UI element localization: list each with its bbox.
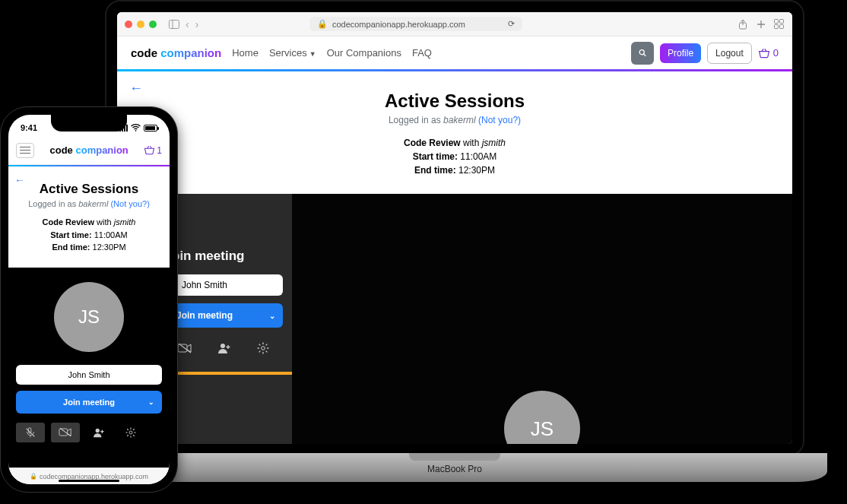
video-stage: JS — [292, 194, 792, 444]
search-icon — [639, 48, 646, 58]
chevron-down-icon: ⌄ — [269, 312, 275, 320]
svg-line-19 — [259, 344, 261, 346]
not-you-link[interactable]: (Not you?) — [478, 115, 521, 125]
phone-cart-count: 1 — [157, 145, 162, 156]
svg-line-12 — [179, 344, 191, 353]
start-value: 11:00AM — [458, 151, 496, 162]
phone-session-with: with — [94, 217, 114, 227]
end-label: End time: — [414, 165, 456, 176]
browser-back-button[interactable]: ‹ — [186, 18, 189, 30]
phone-camera-off-icon[interactable] — [51, 423, 80, 442]
new-tab-icon[interactable] — [756, 19, 766, 30]
nav-companions[interactable]: Our Companions — [327, 47, 401, 59]
svg-rect-5 — [775, 25, 779, 29]
phone-join-label: Join meeting — [63, 398, 115, 407]
svg-point-13 — [220, 344, 225, 348]
window-close[interactable] — [125, 21, 132, 28]
brand-text-2: companion — [160, 46, 221, 59]
url-text: codecompanionapp.herokuapp.com — [332, 20, 465, 29]
svg-rect-0 — [170, 20, 179, 28]
window-controls — [125, 21, 157, 28]
nav-services[interactable]: Services▼ — [269, 47, 316, 59]
brand-text-1: code — [131, 46, 160, 59]
laptop-screen: ‹ › 🔒 codecompanionapp.herokuapp.com ⟳ — [105, 0, 804, 456]
laptop-hinge-notch — [409, 453, 500, 461]
svg-line-35 — [133, 435, 135, 436]
session-with: with — [461, 138, 482, 148]
logged-user: bakerml — [443, 115, 476, 125]
svg-point-14 — [262, 347, 265, 350]
phone-not-you-link[interactable]: (Not you?) — [110, 199, 149, 208]
status-time: 9:41 — [21, 123, 37, 132]
phone-video-area: JS John Smith Join meeting ⌄ — [8, 268, 170, 468]
browser-toolbar: ‹ › 🔒 codecompanionapp.herokuapp.com ⟳ — [117, 12, 792, 36]
svg-point-23 — [135, 130, 137, 132]
svg-point-29 — [129, 430, 132, 433]
brand-text-2: companion — [75, 144, 128, 156]
window-maximize[interactable] — [149, 21, 157, 28]
nav-home[interactable]: Home — [232, 47, 259, 59]
svg-line-34 — [127, 429, 128, 430]
nav-faq[interactable]: FAQ — [412, 47, 432, 59]
phone-add-person-icon[interactable] — [86, 423, 112, 442]
add-person-icon[interactable] — [216, 340, 233, 357]
phone-video-stage: JS — [16, 275, 162, 359]
brand-logo[interactable]: code companion — [131, 46, 221, 59]
phone-brand-logo[interactable]: code companion — [50, 144, 128, 156]
svg-point-28 — [96, 428, 100, 432]
svg-line-37 — [133, 429, 135, 430]
avatar: JS — [504, 391, 580, 444]
settings-icon[interactable] — [255, 340, 271, 357]
search-button[interactable] — [631, 42, 654, 65]
logout-button[interactable]: Logout — [707, 43, 752, 64]
phone-bottom-bar: codecompanionapp.herokuapp.com — [8, 468, 170, 484]
phone-settings-icon[interactable] — [118, 423, 144, 442]
chevron-down-icon: ⌄ — [148, 398, 154, 406]
cart[interactable]: 0 — [758, 47, 779, 59]
phone-logged-prefix: Logged in as — [28, 199, 78, 208]
video-area: Join meeting John Smith Join meeting ⌄ — [117, 194, 792, 444]
phone-session-info: Code Review with jsmith Start time: 11:0… — [17, 216, 160, 254]
phone-start-value: 11:00AM — [92, 230, 128, 239]
svg-line-8 — [644, 54, 646, 56]
phone-end-label: End time: — [52, 242, 90, 252]
svg-rect-4 — [780, 20, 784, 24]
hamburger-menu[interactable] — [16, 143, 34, 158]
address-bar[interactable]: 🔒 codecompanionapp.herokuapp.com ⟳ — [309, 17, 522, 31]
phone-session-companion: jsmith — [114, 217, 136, 227]
page-content: ← Active Sessions Logged in as bakerml (… — [117, 71, 792, 444]
phone-avatar-initials: JS — [78, 306, 100, 328]
phone-avatar: JS — [54, 282, 124, 352]
phone-mic-off-icon[interactable] — [16, 423, 45, 442]
refresh-icon[interactable]: ⟳ — [508, 19, 515, 29]
tab-overview-icon[interactable] — [774, 19, 785, 30]
page-title: Active Sessions — [117, 90, 792, 112]
phone-join-meeting-button[interactable]: Join meeting ⌄ — [16, 391, 162, 414]
phone-cart[interactable]: 1 — [144, 145, 162, 156]
end-value: 12:30PM — [456, 165, 495, 176]
svg-line-20 — [266, 351, 268, 353]
svg-rect-6 — [780, 25, 784, 29]
sidebar-toggle-icon[interactable] — [169, 19, 179, 30]
site-nav: code companion Home Services▼ Our Compan… — [117, 36, 792, 71]
profile-button[interactable]: Profile — [660, 43, 701, 63]
phone-meeting-controls — [16, 423, 162, 442]
phone-start-label: Start time: — [50, 230, 91, 239]
battery-icon — [144, 125, 157, 132]
phone-logged-user: bakerml — [78, 199, 108, 208]
brand-text-1: code — [50, 144, 76, 156]
phone-participant-name-input[interactable]: John Smith — [16, 365, 162, 385]
phone-page-content: ← Active Sessions Logged in as bakerml (… — [8, 166, 170, 262]
window-minimize[interactable] — [137, 21, 144, 28]
chevron-down-icon: ▼ — [309, 50, 316, 58]
browser-forward-button[interactable]: › — [195, 18, 199, 30]
nav-services-label: Services — [269, 47, 307, 59]
phone-logged-row: Logged in as bakerml (Not you?) — [17, 199, 160, 208]
logged-prefix: Logged in as — [389, 115, 443, 125]
svg-line-22 — [266, 344, 268, 346]
camera-off-icon[interactable] — [176, 340, 193, 357]
wifi-icon — [131, 124, 141, 132]
svg-line-27 — [60, 428, 71, 436]
phone-nav: code companion 1 — [8, 136, 170, 165]
share-icon[interactable] — [738, 19, 748, 30]
